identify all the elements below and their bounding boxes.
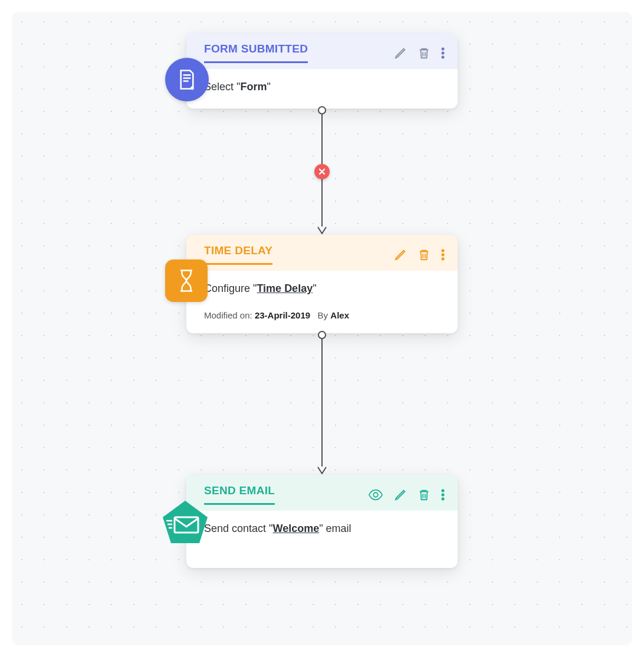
card-body: Send contact "Welcome" email — [186, 511, 458, 568]
connector-start-node[interactable] — [318, 106, 326, 114]
pentagon-envelope-icon — [160, 497, 210, 547]
modified-date: 23-April-2019 — [255, 310, 310, 320]
edit-button[interactable] — [394, 248, 407, 261]
card-title: TIME DELAY — [204, 244, 272, 265]
trash-icon — [418, 488, 431, 501]
document-icon — [178, 69, 196, 90]
pencil-icon — [394, 488, 407, 501]
node-form-submitted[interactable]: FORM SUBMITTED — [186, 33, 458, 109]
dots-vertical-icon — [441, 488, 445, 501]
by-value: Alex — [330, 310, 349, 320]
connector-arrowhead — [317, 226, 327, 235]
eye-icon — [368, 488, 383, 501]
body-text-suffix: " email — [319, 523, 351, 534]
more-button[interactable] — [441, 248, 445, 261]
body-text-link[interactable]: Time Delay — [257, 282, 313, 294]
trash-icon — [418, 47, 431, 60]
connector-arrowhead — [317, 467, 327, 475]
pencil-icon — [394, 248, 407, 261]
connector-1 — [321, 109, 323, 235]
svg-point-10 — [442, 493, 444, 495]
close-icon — [318, 168, 326, 175]
form-icon-badge — [165, 58, 209, 101]
node-send-email[interactable]: SEND EMAIL — [186, 475, 458, 568]
card-header: TIME DELAY — [186, 235, 458, 271]
svg-point-1 — [442, 51, 444, 54]
preview-button[interactable] — [368, 488, 383, 501]
svg-point-5 — [442, 257, 444, 259]
more-button[interactable] — [441, 47, 445, 60]
body-text-prefix: Send contact " — [204, 523, 272, 534]
svg-point-4 — [442, 253, 444, 255]
svg-point-8 — [373, 492, 377, 497]
body-text-prefix: Select " — [204, 81, 240, 93]
svg-point-0 — [442, 47, 444, 50]
svg-point-9 — [442, 489, 444, 491]
email-icon-badge — [160, 497, 210, 547]
hourglass-icon — [178, 269, 195, 293]
card-title: FORM SUBMITTED — [204, 42, 308, 63]
delete-button[interactable] — [418, 47, 431, 60]
card-actions — [394, 47, 445, 60]
card-actions — [394, 248, 445, 261]
delete-connector-button[interactable] — [314, 164, 330, 179]
delay-icon-badge — [165, 259, 208, 302]
svg-marker-6 — [163, 501, 208, 543]
modified-label: Modified on: — [204, 310, 255, 320]
node-time-delay[interactable]: TIME DELAY — [186, 235, 458, 333]
edit-button[interactable] — [394, 47, 407, 60]
by-label: By — [310, 310, 330, 320]
card-actions — [368, 488, 445, 501]
body-text-prefix: Configure " — [204, 282, 257, 294]
workflow-column: FORM SUBMITTED — [12, 12, 632, 645]
delete-button[interactable] — [418, 248, 431, 261]
card-header: FORM SUBMITTED — [186, 33, 458, 69]
workflow-canvas[interactable]: FORM SUBMITTED — [12, 12, 632, 645]
connector-line — [321, 339, 323, 467]
svg-point-11 — [442, 497, 444, 500]
body-text-strong: Form — [240, 81, 267, 93]
card-header: SEND EMAIL — [186, 475, 458, 511]
card-title: SEND EMAIL — [204, 484, 275, 505]
pencil-icon — [394, 47, 407, 60]
more-button[interactable] — [441, 488, 445, 501]
connector-start-node[interactable] — [318, 331, 326, 339]
body-text-link[interactable]: Welcome — [272, 523, 319, 534]
card-body: Select "Form" — [186, 69, 458, 109]
edit-button[interactable] — [394, 488, 407, 501]
body-text-suffix: " — [313, 282, 316, 294]
card-footer: Modified on: 23-April-2019 By Alex — [186, 310, 458, 333]
trash-icon — [418, 248, 431, 261]
card-body: Configure "Time Delay" — [186, 271, 458, 310]
svg-point-3 — [442, 249, 444, 251]
dots-vertical-icon — [441, 47, 445, 60]
body-text-suffix: " — [267, 81, 270, 93]
delete-button[interactable] — [418, 488, 431, 501]
svg-point-2 — [442, 55, 444, 58]
dots-vertical-icon — [441, 248, 445, 261]
connector-2 — [321, 333, 323, 475]
